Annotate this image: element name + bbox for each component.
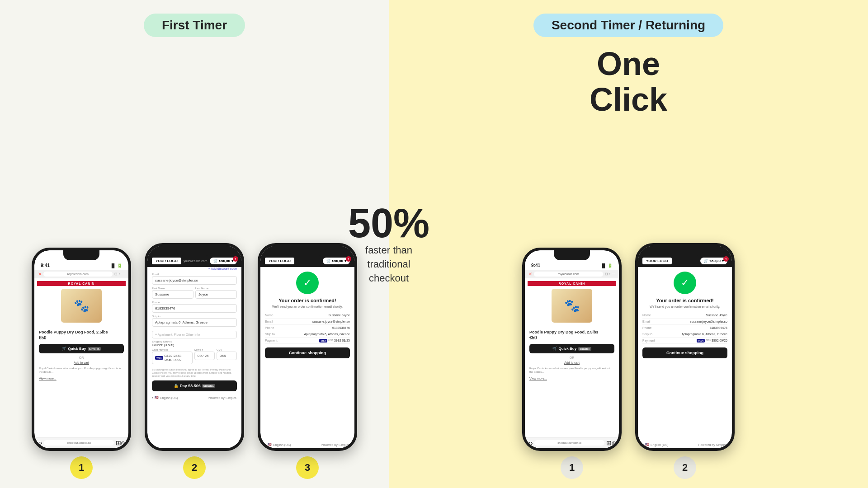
phone5-continue-btn[interactable]: Continue shopping (642, 347, 727, 358)
step1-badge: 1 (70, 456, 93, 479)
phone4-forward[interactable]: › (531, 439, 533, 446)
phone5-notch (667, 246, 703, 256)
detail-row-phone: Phone 6183939476 (265, 325, 350, 331)
step2-badge: 2 (183, 456, 206, 479)
phone1-product-name: Poodle Puppy Dry Dog Food, 2.5lbs (39, 330, 124, 334)
phone5-cart-badge: 1 (723, 256, 729, 262)
phone5-confirm-subtitle: We'll send you an order confirmation ema… (650, 305, 720, 308)
phone1-addtocart[interactable]: Add to cart (34, 360, 128, 365)
phone5-yourlogo: YOUR LOGO (642, 258, 672, 264)
phone2-discount[interactable]: + Add discount code (152, 267, 237, 270)
left-section: First Timer 9:41 ▐▌ 🔋 ✕ royalcanin.com (0, 0, 389, 488)
phone2-cart-badge: 1 (233, 256, 238, 262)
phone2-frame: YOUR LOGO yourwebsite.com 1 🛒 €50,00 ▾ (145, 243, 244, 451)
phone3-notch (289, 246, 326, 256)
checkmark-icon: ✓ (303, 277, 311, 289)
detail-row-shipto: Ship to Aplapragmata 6, Athens, Greece (265, 331, 350, 338)
phone2-shipping-group: Shipping Method Courier: (3.50€) (152, 340, 237, 347)
phone2-name-row: First Name Sussane Last Name Joyce (152, 287, 237, 301)
flag-icon-3: ▾ 🇺🇸 (265, 443, 272, 446)
flag-icon-5: ▾ 🇺🇸 (642, 443, 649, 446)
phone4-close[interactable]: ✕ (528, 272, 532, 277)
phone2-firstname-label: First Name (152, 287, 193, 290)
phone2-pay-btn[interactable]: 🔒 Pay 53.50€ Simpler. (152, 380, 237, 391)
phone5-footer: ▾ 🇺🇸 English (US) Powered by Simpler. (638, 441, 732, 448)
first-timer-phones: 9:41 ▐▌ 🔋 ✕ royalcanin.com ⊡ ↑ ⋯ ROYAL C… (32, 51, 357, 479)
phone1-product-header: ROYAL CANIN 🐾 (34, 278, 128, 328)
phone5-wrapper: YOUR LOGO 1 🛒 €50,00 ▾ ✓ (635, 243, 735, 479)
step3-badge: 3 (296, 456, 319, 479)
phone2-mmyy-label: MM/YY (194, 348, 215, 351)
phone2-email-input[interactable]: sussane.joyce@simpler.so (152, 276, 237, 285)
phone1-quickbuy-btn[interactable]: 🛒 Quick Buy Simpler. (39, 344, 124, 353)
phone2-email-label: Email (152, 273, 237, 276)
phone2-shipto-group: Ship to Aplapragmata 6, Athens, Greece (152, 315, 237, 327)
phone3-continue-btn[interactable]: Continue shopping (265, 347, 350, 358)
phone4-tabs[interactable]: ⊞ (606, 439, 612, 446)
phone4-browserbottom: ‹ › checkout.simpler.so ⊞ ⎋ (525, 437, 619, 448)
phone1-viewmore[interactable]: View more... (34, 376, 128, 381)
second-timer-label: Second Timer / Returning (533, 14, 723, 37)
phone2-yourlogo: YOUR LOGO (152, 258, 181, 264)
phone2-lastname-label: Last Name (195, 287, 237, 290)
phone4-browserbar: ✕ royalcanin.com ⊡ ↑ ⋯ (525, 270, 619, 278)
phone2-notch (176, 246, 212, 256)
phone1-forward[interactable]: › (40, 439, 42, 446)
phone4-bottom-url: checkout.simpler.so (534, 440, 604, 446)
phone2-mmyy-input[interactable]: 09 / 25 (194, 352, 215, 360)
phone1-browserbar: ✕ royalcanin.com ⊡ ↑ ⋯ (34, 270, 128, 278)
phone2-cardnum-input[interactable]: VISA 0422 2453 2640 3992 (152, 352, 193, 364)
phone4-product-header: ROYAL CANIN 🐾 (525, 278, 619, 328)
phone2-cvv-label: CVV (217, 348, 237, 351)
phone1-frame: 9:41 ▐▌ 🔋 ✕ royalcanin.com ⊡ ↑ ⋯ ROYAL C… (32, 248, 131, 451)
sparkle1-5: ✦ (694, 269, 698, 276)
phone2-wrapper: YOUR LOGO yourwebsite.com 1 🛒 €50,00 ▾ (145, 243, 244, 479)
phone1-browser-actions: ⊡ ↑ ⋯ (114, 272, 125, 276)
phone4-product-screen: ROYAL CANIN 🐾 Poodle Puppy Dry Dog Food,… (525, 278, 619, 437)
phone3-confirm-subtitle: We'll send you an order confirmation ema… (272, 305, 343, 308)
phone2-cvv-input[interactable]: 055 (217, 352, 237, 360)
phone3-frame: YOUR LOGO 1 🛒 €50,00 ▾ ✓ (258, 243, 357, 451)
phone4-url: royalcanin.com (534, 272, 603, 277)
phone4-share[interactable]: ⎋ (612, 439, 615, 446)
simpler-pay-badge: Simpler. (202, 384, 215, 388)
phone2-mmyy-group: MM/YY 09 / 25 (194, 348, 215, 364)
simpler-badge-small-4: Simpler. (578, 347, 591, 351)
sparkle2: ✦ (292, 289, 297, 296)
phone4-viewmore[interactable]: View more... (525, 376, 619, 381)
phone2-shipto-input[interactable]: Aplapragmata 6, Athens, Greece (152, 318, 237, 327)
phone2-apt-field[interactable]: + Apartment, Floor or Other Info (152, 331, 237, 338)
phone4-frame: 9:41 ▐▌ 🔋 ✕ royalcanin.com ⊡ ↑ ⋯ ROYAL C… (522, 248, 622, 451)
phone4-time: 9:41 (531, 263, 540, 268)
phone1-product-info: Poodle Puppy Dry Dog Food, 2.5lbs €50 (34, 328, 128, 342)
phone2-lastname-group: Last Name Joyce (195, 287, 237, 299)
visa-icon: VISA (155, 356, 163, 360)
phone1-url: royalcanin.com (43, 272, 113, 277)
phone2-phone-input[interactable]: 6183939476 (152, 304, 237, 313)
phone1-close[interactable]: ✕ (38, 272, 42, 277)
phone4-desc: Royal Canin knows what makes your Poodle… (525, 365, 619, 376)
phone1-tabs[interactable]: ⊞ (116, 439, 121, 446)
phone4-royal-canin-logo: ROYAL CANIN (528, 281, 616, 286)
phone1-share[interactable]: ⎋ (121, 439, 125, 446)
detail5-row-email: Email sussane.joyce@simpler.so (642, 319, 727, 325)
detail5-row-phone: Phone 6183939476 (642, 325, 727, 331)
phone5-confirm-body: ✓ ✦ ✦ Your order is confirmed! We'll sen… (638, 267, 732, 441)
phone2-cart-total: 1 🛒 €50,00 ▾ (210, 258, 237, 264)
phone2-firstname-input[interactable]: Sussane (152, 290, 193, 299)
phone4-addtocart[interactable]: Add to cart (525, 360, 619, 365)
phone2-email-group: Email sussane.joyce@simpler.so (152, 273, 237, 285)
phone1-bottom-url: checkout.simpler.so (44, 440, 114, 446)
detail5-row-shipto: Ship to Aplapragmata 6, Athens, Greece (642, 331, 727, 338)
phone4-or: OR (525, 355, 619, 360)
phone5-confirm-title: Your order is confirmed! (656, 298, 714, 303)
phone1-wrapper: 9:41 ▐▌ 🔋 ✕ royalcanin.com ⊡ ↑ ⋯ ROYAL C… (32, 248, 131, 479)
phone1-product-screen: ROYAL CANIN 🐾 Poodle Puppy Dry Dog Food,… (34, 278, 128, 437)
phone4-quickbuy-btn[interactable]: 🛒 Quick Buy Simpler. (529, 344, 614, 353)
phone2-firstname-group: First Name Sussane (152, 287, 193, 299)
phone3-cart-badge: 1 (346, 256, 351, 262)
phone1-screen: 9:41 ▐▌ 🔋 ✕ royalcanin.com ⊡ ↑ ⋯ ROYAL C… (34, 250, 128, 448)
phone3-confirm-body: ✓ ✦ ✦ Your order is confirmed! We'll sen… (260, 267, 354, 441)
phone2-lastname-input[interactable]: Joyce (195, 290, 237, 299)
phone1-signal: ▐▌ 🔋 (110, 263, 122, 268)
